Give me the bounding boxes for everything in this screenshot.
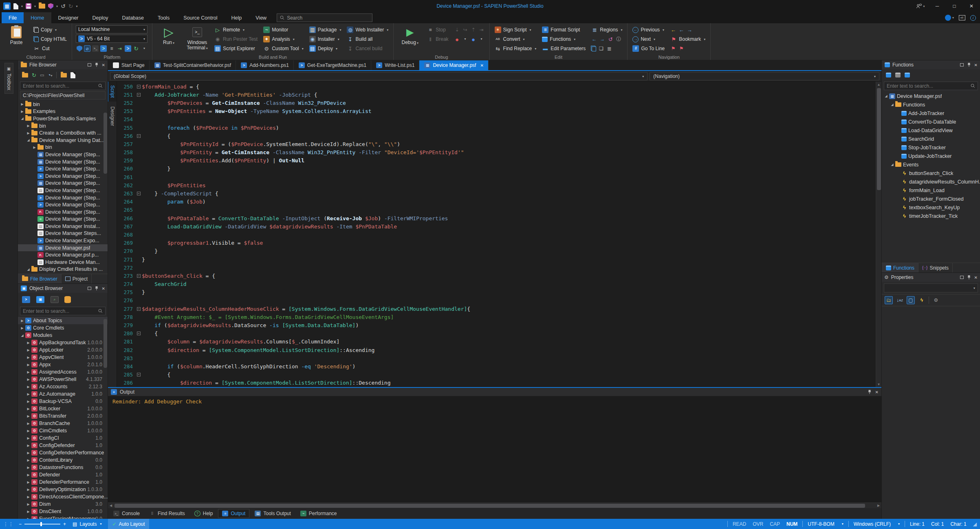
tree-item-functions[interactable]: ◢Functions: [882, 100, 980, 109]
account-avatar[interactable]: ▾: [945, 15, 954, 21]
bottom-tab-tools-output[interactable]: ▤Tools Output: [251, 509, 295, 518]
expand-icon[interactable]: ▶: [26, 502, 31, 506]
tree-item-az-automanage[interactable]: ▶⚙Az.Automanage1.0.0: [18, 390, 108, 398]
ribbon-edit-parameters-button[interactable]: ▬Edit Parameters: [541, 44, 587, 53]
dcaret-icon[interactable]: ▾: [478, 36, 485, 42]
importps-icon[interactable]: ⇥: [117, 45, 123, 52]
tree-item-display-cmdlet-results-in[interactable]: ◢Display Cmdlet Results in ...: [18, 266, 108, 273]
ribbon-custom-tool-button[interactable]: ⚙Custom Tool▾: [262, 44, 305, 53]
app-logo-icon[interactable]: ▦: [3, 2, 11, 10]
ribbon-run-button[interactable]: ▷Run▾: [156, 25, 181, 46]
tree-item-configdefenderperformance[interactable]: ▶⚙ConfigDefenderPerformance: [18, 449, 108, 456]
scrollbar-thumb[interactable]: [877, 88, 881, 190]
verify-caret-icon[interactable]: ▾: [56, 4, 58, 8]
refresh-icon[interactable]: ↻: [133, 45, 139, 52]
doc-tab-get-exetargetmachine-ps1[interactable]: >Get-ExeTargetMachine.ps1: [294, 60, 371, 70]
bottom-tab-performance[interactable]: ~Performance: [296, 509, 341, 518]
feedback-icon[interactable]: ▾: [912, 0, 929, 12]
psadd-icon[interactable]: >: [100, 45, 107, 52]
menu-tab-source-control[interactable]: Source Control: [176, 12, 224, 23]
pin-icon[interactable]: [967, 63, 971, 67]
pin-icon[interactable]: [868, 390, 871, 394]
ribbon-find-replace-button[interactable]: ⇆Find Replace▾: [493, 44, 538, 53]
expand-icon[interactable]: ▶: [26, 458, 31, 462]
tab-file-browser[interactable]: File Browser: [18, 274, 62, 283]
tree-item-cimcmdlets[interactable]: ▶⚙CimCmdlets1.0.0.0: [18, 427, 108, 434]
auto-layout-toggle[interactable]: ✓ Auto Layout: [108, 519, 149, 529]
tree-item-device-manager-step[interactable]: ▤Device Manager (Step...: [18, 187, 108, 194]
ribbon-format-script-button[interactable]: ≡Format Script: [541, 25, 587, 34]
fold-toggle-icon[interactable]: −: [136, 274, 142, 278]
tree-item-dism[interactable]: ▶⚙Dism3.0: [18, 500, 108, 508]
fold-toggle-icon[interactable]: −: [136, 332, 142, 335]
history-icon[interactable]: ◔▾: [48, 72, 52, 78]
tree-item-backup-vcsa[interactable]: ▶⚙Backup-VCSA0.0: [18, 398, 108, 405]
powershell-objects-icon[interactable]: >: [22, 296, 30, 303]
editor-vertical-scrollbar[interactable]: ▲ ▼: [876, 82, 881, 387]
tree-item-defender[interactable]: ▶⚙Defender1.0: [18, 471, 108, 478]
navigation-dropdown[interactable]: (Navigation) ▾: [650, 72, 879, 80]
ribbon-search-input[interactable]: Search: [277, 13, 372, 22]
tree-item-jobtracker-formclosed[interactable]: ϟjobTracker_FormClosed: [882, 195, 980, 203]
ribbon-next-button[interactable]: →Next▾: [631, 35, 666, 44]
ribbon-bookmark-button[interactable]: ⚑Bookmark▾: [669, 35, 707, 44]
account-card-icon[interactable]: ▪≡: [959, 15, 965, 20]
scrollbar-thumb[interactable]: [115, 504, 865, 508]
stepinto-icon[interactable]: ⇣: [454, 27, 460, 33]
fold-toggle-icon[interactable]: −: [136, 93, 142, 97]
redo-icon[interactable]: ↻: [68, 3, 73, 9]
tree-item-create-a-combobox-with[interactable]: ▶Create a ComboBox with ...: [18, 129, 108, 137]
file-browser-path[interactable]: C:\Projects\Files\PowerShell: [20, 91, 106, 100]
console-icon[interactable]: >_: [92, 45, 99, 52]
ribbon-script-explorer-button[interactable]: ▤Script Explorer: [213, 44, 259, 53]
toolbox-tab[interactable]: ▣ Toolbox: [4, 63, 13, 94]
tree-item-events[interactable]: ◢Events: [882, 160, 980, 169]
object-browser-search-input[interactable]: Enter text to search...: [20, 307, 106, 315]
expand-icon[interactable]: ▶: [26, 473, 31, 477]
dcaret-icon[interactable]: ▾: [462, 36, 469, 42]
expand-icon[interactable]: ▶: [26, 466, 31, 469]
new-folder-icon[interactable]: [61, 73, 67, 77]
tree-item-bitlocker[interactable]: ▶⚙BitLocker1.0.0.0: [18, 405, 108, 412]
menu-tab-tools[interactable]: Tools: [151, 12, 176, 23]
collapse-icon[interactable]: ◢: [890, 163, 895, 166]
tree-item-device-manager-psf[interactable]: ◢▦Device Manager.psf: [882, 92, 980, 100]
fold-toggle-icon[interactable]: −: [136, 307, 142, 311]
categorized-icon[interactable]: 🗂: [885, 296, 893, 304]
expand-icon[interactable]: ▶: [26, 414, 31, 418]
tree-item-about-topics[interactable]: ▶>About Topics: [18, 317, 108, 324]
tree-item-bin[interactable]: ▶bin: [18, 122, 108, 130]
tree-item-appx[interactable]: ▶⚙Appx2.0.1.0: [18, 361, 108, 368]
expand-icon[interactable]: ▶: [20, 110, 25, 113]
tree-item-device-manager-steps[interactable]: ▤Device Manager Steps...: [18, 230, 108, 237]
scrollbar-thumb[interactable]: [104, 319, 107, 368]
parent-folder-icon[interactable]: [22, 73, 28, 77]
expand-icon[interactable]: ▶: [26, 392, 31, 396]
tree-item-datastorefunctions[interactable]: ▶⚙DatastoreFunctions0.0: [18, 464, 108, 471]
expand-icon[interactable]: ▶: [26, 517, 31, 519]
tree-item-textboxsearch-keyup[interactable]: ϟtextboxSearch_KeyUp: [882, 203, 980, 212]
tree-item-device-manager-step[interactable]: >Device Manager (Step...: [18, 201, 108, 208]
expand-icon[interactable]: ▶: [20, 326, 25, 330]
tab-designer[interactable]: Designer: [108, 103, 117, 130]
tree-item-eventtracingmanagement[interactable]: ▶⚙EventTracingManagement0.0: [18, 515, 108, 519]
close-tab-icon[interactable]: ✕: [480, 63, 483, 68]
expand-icon[interactable]: ▶: [26, 341, 31, 345]
undopink-icon[interactable]: ↺: [607, 36, 614, 42]
tree-item-formmain-load[interactable]: ϟformMain_Load: [882, 186, 980, 195]
encoding-dropdown[interactable]: UTF-8-BOM▾: [802, 521, 848, 527]
scrollbar-thumb[interactable]: [104, 113, 107, 174]
ribbon-platform-combo[interactable]: Local Machine▾: [76, 25, 148, 33]
collapse-all-icon[interactable]: ▭: [40, 73, 44, 78]
infodoc-icon[interactable]: ⓘ: [615, 36, 622, 42]
properties-grid[interactable]: [882, 306, 980, 519]
ribbon-run-pester-test-button[interactable]: ◉Run Pester Test: [213, 35, 259, 44]
collapse-icon[interactable]: ◢: [890, 103, 895, 106]
open-folder-icon[interactable]: [39, 4, 45, 9]
tree-item-device-manager-step[interactable]: ≡Device Manager (Step...: [18, 216, 108, 223]
resize-grip[interactable]: ◢: [973, 521, 977, 527]
expand-icon[interactable]: ▶: [26, 348, 31, 352]
maximize-panel-icon[interactable]: [960, 276, 964, 279]
tree-item-device-manager-psf-p[interactable]: F.Device Manager.psf.p...: [18, 251, 108, 259]
nodebug-icon[interactable]: ⌀: [84, 45, 90, 52]
